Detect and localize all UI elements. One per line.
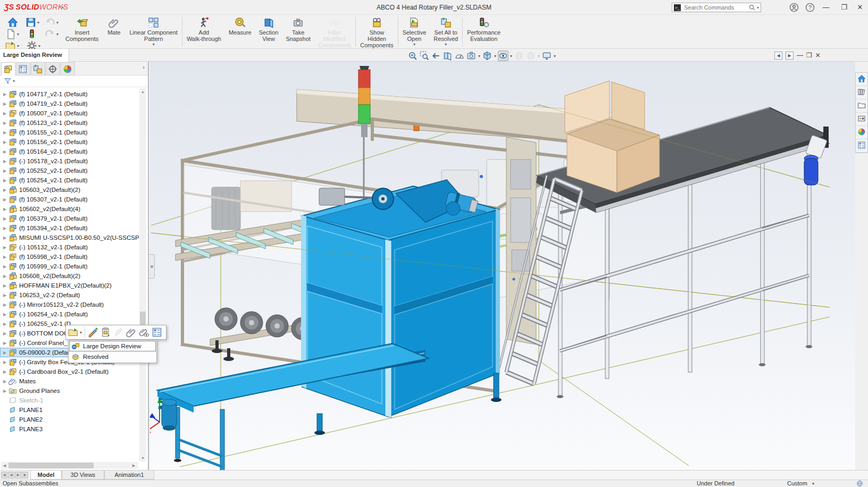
mate-button[interactable]: Mate bbox=[102, 16, 126, 48]
doc-tab-3d-views[interactable]: 3D Views bbox=[62, 471, 104, 480]
panel-collapse-handle[interactable] bbox=[149, 254, 155, 279]
zoom-to-area-button[interactable] bbox=[419, 51, 430, 61]
previous-tab-button[interactable]: ◀ bbox=[8, 472, 14, 478]
tree-item[interactable]: ▶ (-) 105132_v2-1 (Default) bbox=[0, 242, 139, 252]
copy-with-mates-button[interactable] bbox=[101, 327, 111, 338]
undo-button-caret-icon[interactable]: ▾ bbox=[56, 20, 59, 25]
home-button[interactable] bbox=[7, 17, 18, 28]
expand-arrow-icon[interactable]: ▶ bbox=[3, 121, 9, 125]
tab-large-design-review[interactable]: Large Design Review bbox=[0, 49, 69, 62]
tree-item[interactable]: ▶ (f) 104717_v2-1 (Default) bbox=[0, 89, 139, 99]
tree-item[interactable]: ▶ 105602_v2(Default)(4) bbox=[0, 204, 139, 214]
selective-open-button[interactable]: Selective Open▾ bbox=[399, 16, 430, 48]
mate-button[interactable] bbox=[126, 327, 137, 338]
view-settings-button-caret-icon[interactable]: ▾ bbox=[554, 54, 556, 58]
viewport-next-button[interactable]: ▶ bbox=[786, 52, 794, 60]
new-document-button-caret-icon[interactable]: ▾ bbox=[17, 32, 19, 37]
panel-tabs-overflow-icon[interactable]: › bbox=[143, 64, 145, 70]
take-snapshot-button-caret-icon[interactable]: ▾ bbox=[478, 54, 480, 58]
tree-scroll-up-icon[interactable]: ▲ bbox=[139, 88, 146, 95]
expand-arrow-icon[interactable]: ▶ bbox=[3, 111, 9, 116]
expand-arrow-icon[interactable]: ▶ bbox=[3, 360, 9, 365]
tree-filter-row[interactable]: ▾ bbox=[0, 75, 148, 87]
tree-hscroll-thumb[interactable] bbox=[9, 463, 94, 468]
file-explorer-tab[interactable] bbox=[856, 99, 867, 113]
take-snapshot-button[interactable] bbox=[466, 51, 477, 61]
3d-scene[interactable]: Y X Z bbox=[150, 62, 855, 470]
expand-arrow-icon[interactable]: ▶ bbox=[3, 140, 9, 145]
performance-evaluation-button[interactable]: Performance Evaluation bbox=[463, 16, 504, 48]
options-button-caret-icon[interactable]: ▾ bbox=[38, 44, 40, 48]
viewport-previous-button[interactable]: ◀ bbox=[774, 52, 782, 60]
set-resolved-brush-button[interactable] bbox=[88, 327, 98, 338]
features-tab[interactable] bbox=[1, 62, 15, 75]
tree-item[interactable]: ▶ 105603_v2(Default)(2) bbox=[0, 185, 139, 195]
tree-item[interactable]: ▶ (f) 105254_v2-1 (Default) bbox=[0, 175, 139, 185]
next-tab-button[interactable]: ▶ bbox=[15, 472, 21, 478]
solidworks-resources-tab[interactable] bbox=[856, 73, 867, 86]
measure-button[interactable] bbox=[454, 51, 465, 61]
expand-arrow-icon[interactable]: ▶ bbox=[3, 312, 9, 317]
display-states-icon[interactable] bbox=[856, 480, 863, 487]
expand-arrow-icon[interactable]: ▶ bbox=[3, 255, 9, 259]
tree-item[interactable]: Sketch-1 bbox=[0, 396, 139, 405]
viewport-restore-button[interactable]: ❐ bbox=[806, 52, 812, 60]
tree-item[interactable]: ▶ (f) 105379_v2-1 (Default) bbox=[0, 214, 139, 223]
graphics-area[interactable]: Y X Z bbox=[150, 62, 855, 470]
section-view-button[interactable] bbox=[443, 51, 453, 61]
expand-arrow-icon[interactable]: ▶ bbox=[3, 350, 9, 355]
redo-button-caret-icon[interactable]: ▾ bbox=[56, 32, 59, 37]
tree-vscrollbar[interactable] bbox=[139, 88, 146, 461]
close-button[interactable]: ✕ bbox=[854, 2, 866, 13]
search-box[interactable]: >_ ▾ bbox=[672, 3, 761, 12]
save-button[interactable] bbox=[26, 17, 36, 28]
filter-funnel-icon[interactable] bbox=[4, 77, 12, 85]
tree-item[interactable]: ▶ (f) 105007_v2-1 (Default) bbox=[0, 108, 139, 118]
tree-item[interactable]: ▶ (f) 105394_v2-1 (Default) bbox=[0, 223, 139, 233]
last-tab-button[interactable]: ▶ bbox=[22, 472, 28, 478]
expand-arrow-icon[interactable]: ▶ bbox=[3, 283, 9, 288]
section-view-button[interactable]: Section View bbox=[255, 16, 282, 48]
tree-item[interactable]: ▶ Ground Planes bbox=[0, 386, 139, 396]
tree-item[interactable]: ▶ 105608_v2(Default)(2) bbox=[0, 271, 139, 281]
tree-item[interactable]: ▶ (-) 106254_v2-1 (Default) bbox=[0, 309, 139, 319]
zoom-to-fit-button[interactable] bbox=[407, 51, 418, 61]
expand-arrow-icon[interactable]: ▶ bbox=[3, 293, 9, 298]
set-all-to-resolved-button-caret-icon[interactable]: ▾ bbox=[445, 42, 447, 47]
tree-item[interactable]: PLANE2 bbox=[0, 415, 139, 424]
viewport-minimize-button[interactable]: — bbox=[797, 52, 803, 60]
hide-show-items-button-caret-icon[interactable]: ▾ bbox=[510, 54, 512, 58]
expand-arrow-icon[interactable]: ▶ bbox=[3, 341, 9, 346]
viewport-close-button[interactable]: ✕ bbox=[815, 52, 821, 60]
linear-component-pattern-button[interactable]: Linear Component Pattern▾ bbox=[126, 16, 181, 48]
expand-arrow-icon[interactable]: ▶ bbox=[3, 379, 9, 384]
expand-arrow-icon[interactable]: ▶ bbox=[3, 188, 9, 192]
new-document-button[interactable] bbox=[5, 29, 16, 39]
expand-arrow-icon[interactable]: ▶ bbox=[3, 303, 9, 307]
tree-item[interactable]: ▶ (-) 105178_v2-1 (Default) bbox=[0, 156, 139, 166]
add-walkthrough-button[interactable]: Add Walk-through bbox=[183, 16, 225, 48]
tree-scroll-left-icon[interactable]: ◀ bbox=[1, 462, 8, 469]
expand-arrow-icon[interactable]: ▶ bbox=[3, 245, 9, 250]
expand-arrow-icon[interactable]: ▶ bbox=[3, 389, 9, 393]
expand-arrow-icon[interactable]: ▶ bbox=[3, 102, 9, 106]
minimize-button[interactable]: — bbox=[820, 2, 832, 13]
view-mates-button[interactable] bbox=[139, 327, 149, 338]
set-all-to-resolved-button[interactable]: Set All to Resolved▾ bbox=[430, 16, 462, 48]
tree-item[interactable]: ▶ (f) 105164_v2-1 (Default) bbox=[0, 147, 139, 156]
open-component-button-caret-icon[interactable]: ▾ bbox=[80, 330, 82, 335]
expand-arrow-icon[interactable]: ▶ bbox=[3, 159, 9, 164]
expand-arrow-icon[interactable]: ▶ bbox=[3, 264, 9, 269]
expand-arrow-icon[interactable]: ▶ bbox=[3, 216, 9, 221]
display-manager-tab[interactable] bbox=[61, 62, 75, 75]
component-properties-button[interactable] bbox=[152, 327, 162, 338]
view-settings-button[interactable] bbox=[541, 51, 552, 61]
previous-view-button[interactable] bbox=[431, 51, 441, 61]
search-input[interactable] bbox=[683, 4, 748, 11]
view-orientation-button[interactable] bbox=[482, 51, 493, 61]
tree-scroll-right-icon[interactable]: ▶ bbox=[130, 462, 137, 469]
tree-item[interactable]: ▶ (f) 105998_v2-1 (Default) bbox=[0, 252, 139, 262]
dimxpert-tab[interactable] bbox=[46, 62, 60, 75]
expand-arrow-icon[interactable]: ▶ bbox=[3, 178, 9, 183]
display-state-selector[interactable]: Custom bbox=[787, 480, 807, 487]
